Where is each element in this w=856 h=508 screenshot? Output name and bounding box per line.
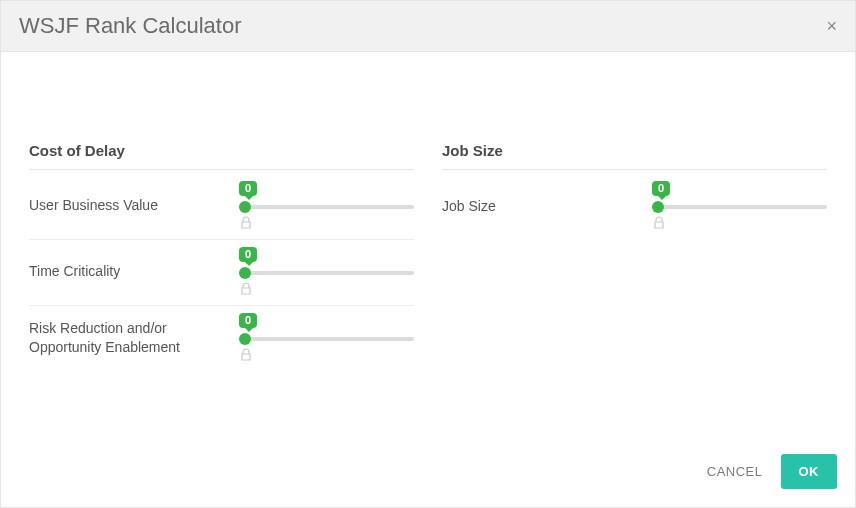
- label-user-business-value: User Business Value: [29, 196, 239, 215]
- value-badge: 0: [239, 313, 257, 328]
- cancel-button[interactable]: CANCEL: [707, 464, 763, 479]
- slider-track: [239, 271, 414, 275]
- slider-time-criticality[interactable]: 0: [239, 251, 414, 293]
- label-risk-reduction: Risk Reduction and/or Opportunity Enable…: [29, 319, 239, 357]
- lock-icon: [239, 281, 253, 297]
- lock-icon: [652, 215, 666, 231]
- slider-user-business-value[interactable]: 0: [239, 185, 414, 227]
- ok-button[interactable]: OK: [781, 454, 838, 489]
- slider-thumb[interactable]: [239, 333, 251, 345]
- close-icon: ×: [826, 16, 837, 36]
- label-job-size: Job Size: [442, 197, 652, 216]
- modal-body: Cost of Delay User Business Value 0 Time…: [1, 52, 855, 442]
- value-badge: 0: [239, 247, 257, 262]
- row-user-business-value: User Business Value 0: [29, 174, 414, 240]
- job-size-heading: Job Size: [442, 142, 827, 170]
- lock-icon: [239, 347, 253, 363]
- slider-track: [239, 205, 414, 209]
- modal-footer: CANCEL OK: [1, 442, 855, 507]
- slider-thumb[interactable]: [239, 267, 251, 279]
- row-risk-reduction: Risk Reduction and/or Opportunity Enable…: [29, 306, 414, 372]
- modal-header: WSJF Rank Calculator ×: [1, 1, 855, 52]
- slider-job-size[interactable]: 0: [652, 185, 827, 227]
- cost-of-delay-column: Cost of Delay User Business Value 0 Time…: [29, 142, 414, 442]
- wsjf-modal: WSJF Rank Calculator × Cost of Delay Use…: [0, 0, 856, 508]
- slider-thumb[interactable]: [239, 201, 251, 213]
- lock-icon: [239, 215, 253, 231]
- slider-risk-reduction[interactable]: 0: [239, 317, 414, 359]
- slider-track: [239, 337, 414, 341]
- slider-track: [652, 205, 827, 209]
- close-button[interactable]: ×: [826, 17, 837, 35]
- slider-thumb[interactable]: [652, 201, 664, 213]
- value-badge: 0: [239, 181, 257, 196]
- modal-title: WSJF Rank Calculator: [19, 13, 242, 39]
- row-job-size: Job Size 0: [442, 174, 827, 240]
- row-time-criticality: Time Criticality 0: [29, 240, 414, 306]
- cost-of-delay-heading: Cost of Delay: [29, 142, 414, 170]
- value-badge: 0: [652, 181, 670, 196]
- label-time-criticality: Time Criticality: [29, 262, 239, 281]
- job-size-column: Job Size Job Size 0: [442, 142, 827, 442]
